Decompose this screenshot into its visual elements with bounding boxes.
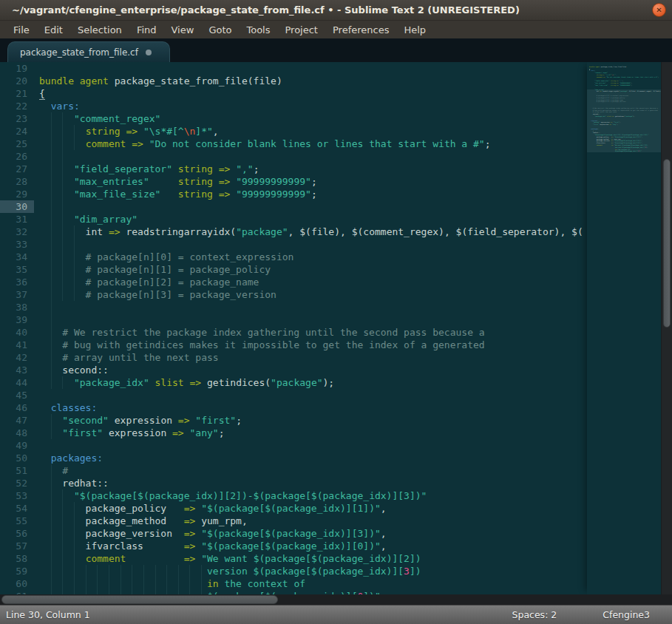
indent-guide [62, 112, 63, 125]
menu-item-find[interactable]: Find [129, 22, 164, 38]
code-line: # package[n][1] = package_policy [34, 263, 587, 276]
code-line: # [34, 464, 587, 477]
line-number[interactable]: 32 [0, 225, 34, 238]
line-number[interactable]: 46 [0, 401, 34, 414]
line-number[interactable]: 52 [0, 477, 34, 489]
line-number[interactable]: 22 [0, 100, 34, 112]
line-number[interactable]: 53 [0, 489, 34, 502]
menu-item-file[interactable]: File [6, 22, 37, 38]
tab-package-state-from-file[interactable]: package_state_from_file.cf [7, 41, 170, 62]
minimap[interactable]: bundle agent package_state_from_file(fil… [587, 62, 661, 594]
line-number[interactable]: 48 [0, 427, 34, 439]
token-s: "," [236, 163, 253, 174]
token-p: second:: [39, 364, 109, 376]
indent-guide [143, 577, 144, 590]
vertical-scrollbar[interactable] [661, 62, 672, 594]
indent-guide [51, 276, 52, 288]
code-line: version $(package[$(package_idx)][3]) [34, 565, 587, 577]
line-number[interactable]: 43 [0, 364, 34, 376]
line-number[interactable]: 49 [0, 439, 34, 452]
token-s: "package_idx" [74, 377, 149, 388]
line-number[interactable]: 60 [0, 577, 34, 590]
indent-guide [62, 225, 63, 238]
line-number[interactable]: 19 [0, 62, 34, 75]
menu-item-tools[interactable]: Tools [239, 22, 277, 38]
line-number[interactable]: 44 [0, 376, 34, 389]
token-p [39, 402, 51, 413]
line-number[interactable]: 37 [0, 288, 34, 301]
menu-item-help[interactable]: Help [396, 22, 433, 38]
line-number[interactable]: 34 [0, 251, 34, 263]
close-button[interactable]: ✕ [652, 3, 666, 17]
indent-guide [74, 515, 75, 527]
menu-item-selection[interactable]: Selection [70, 22, 129, 38]
line-number[interactable]: 39 [0, 313, 34, 326]
indent-guide [51, 125, 52, 138]
token-p: , [381, 528, 387, 539]
code-line [34, 62, 587, 75]
title-bar[interactable]: ~/vagrant/cfengine_enterprise/package_st… [0, 0, 672, 21]
minimap-viewport[interactable] [587, 89, 661, 152]
menu-item-view[interactable]: View [164, 22, 202, 38]
token-k: => [172, 427, 184, 438]
menu-item-goto[interactable]: Goto [201, 22, 239, 38]
line-number[interactable]: 59 [0, 565, 34, 577]
line-number[interactable]: 23 [0, 112, 34, 125]
indent-guide [62, 515, 63, 527]
horizontal-scrollbar-thumb[interactable] [1, 595, 278, 604]
indent-guide [51, 527, 52, 540]
line-number[interactable]: 41 [0, 339, 34, 351]
token-p [172, 163, 178, 174]
indent-guide [51, 427, 52, 439]
line-number[interactable]: 51 [0, 464, 34, 477]
line-number[interactable]: 50 [0, 452, 34, 464]
indent-guide [155, 577, 156, 590]
line-number[interactable]: 54 [0, 502, 34, 515]
line-number[interactable]: 25 [0, 138, 34, 150]
indent-guide [62, 213, 63, 225]
indent-guide [51, 150, 52, 163]
line-number[interactable]: 21 [0, 87, 34, 100]
line-number-gutter[interactable]: 1920212223242526272829303132333435363738… [0, 62, 34, 594]
line-number[interactable]: 56 [0, 527, 34, 540]
line-number[interactable]: 58 [0, 552, 34, 565]
code-area[interactable]: bundle agent package_state_from_file(fil… [34, 62, 587, 594]
line-number[interactable]: 33 [0, 238, 34, 251]
line-number[interactable]: 31 [0, 213, 34, 225]
line-number[interactable]: 26 [0, 150, 34, 163]
line-number[interactable]: 55 [0, 515, 34, 527]
token-p [39, 101, 51, 112]
code-line [34, 150, 587, 163]
line-number[interactable]: 40 [0, 326, 34, 339]
syntax-mode[interactable]: Cfengine3 [603, 609, 650, 620]
line-number[interactable]: 30 [0, 200, 34, 213]
token-s: "package" [236, 226, 288, 237]
line-number[interactable]: 29 [0, 188, 34, 200]
indent-guide [51, 163, 52, 175]
menu-item-project[interactable]: Project [277, 22, 325, 38]
line-number[interactable]: 57 [0, 540, 34, 552]
line-number[interactable]: 20 [0, 75, 34, 87]
token-c: # package[n][2] = package_name [39, 277, 259, 288]
menu-item-edit[interactable]: Edit [37, 22, 70, 38]
indent-setting[interactable]: Spaces: 2 [512, 609, 557, 620]
line-number[interactable]: 28 [0, 175, 34, 188]
line-number[interactable]: 42 [0, 351, 34, 364]
token-p [195, 553, 201, 564]
vertical-scrollbar-thumb[interactable] [663, 159, 671, 328]
indent-guide [143, 565, 144, 577]
line-number[interactable]: 35 [0, 263, 34, 276]
line-number[interactable]: 27 [0, 163, 34, 175]
line-number[interactable]: 36 [0, 276, 34, 288]
menu-item-preferences[interactable]: Preferences [325, 22, 396, 38]
token-p [160, 189, 177, 200]
horizontal-scrollbar[interactable] [0, 594, 672, 605]
token-s: "99999999999" [236, 189, 311, 200]
window-title: ~/vagrant/cfengine_enterprise/package_st… [6, 4, 652, 16]
line-number[interactable]: 47 [0, 414, 34, 427]
token-k: => [184, 540, 196, 552]
line-number[interactable]: 24 [0, 125, 34, 138]
indent-guide [201, 577, 202, 590]
line-number[interactable]: 45 [0, 389, 34, 401]
line-number[interactable]: 38 [0, 301, 34, 313]
